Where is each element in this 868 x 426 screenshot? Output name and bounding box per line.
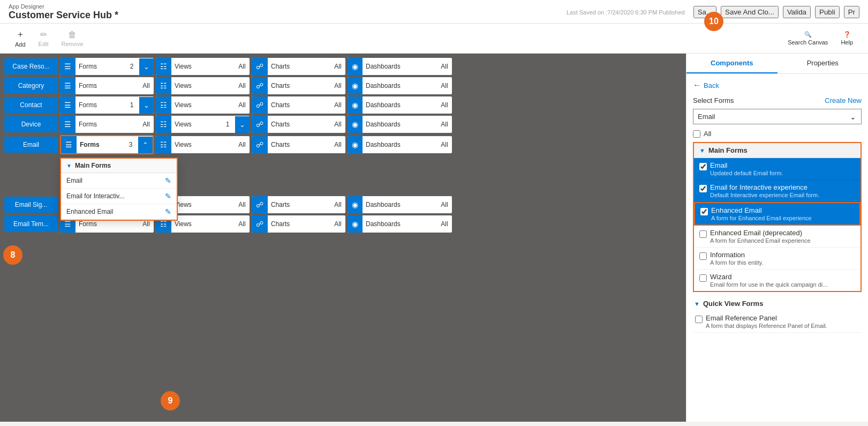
edit-icon: ✏	[40, 29, 47, 40]
charts-icon-contact: ☍	[252, 96, 268, 114]
charts-label-email-tem: Charts	[268, 216, 330, 232]
views-cell-email: ☷ Views All	[156, 136, 250, 153]
search-icon: 🔍	[804, 31, 812, 38]
edit-enhanced-email-icon[interactable]: ✎	[165, 207, 171, 216]
forms-cell-contact: ☰ Forms 1 ⌄	[60, 96, 154, 114]
dashboards-label-email-sig: Dashboards	[363, 197, 437, 213]
quick-view-item-email-reference[interactable]: Email Reference Panel A form that displa…	[693, 311, 862, 333]
remove-button[interactable]: 🗑 Remove	[55, 27, 90, 50]
quick-view-chevron-icon: ▼	[694, 301, 700, 307]
views-cell-case-reso: ☷ Views All	[156, 58, 250, 75]
forms-label-device: Forms	[76, 116, 139, 132]
form-item-information-checkbox[interactable]	[699, 252, 707, 260]
form-item-email-checkbox[interactable]	[699, 163, 707, 170]
quick-view-email-reference-desc: A form that displays Reference Panel of …	[706, 323, 827, 329]
dashboards-cell-email-sig: ◉ Dashboards All	[348, 196, 452, 213]
forms-icon-email: ☰	[61, 136, 77, 153]
edit-button[interactable]: ✏ Edit	[32, 26, 55, 50]
views-chevron-device[interactable]: ⌄	[235, 116, 250, 133]
dashboards-icon-case-reso: ◉	[348, 58, 363, 75]
canvas-area[interactable]: 8 9 Case Reso... ☰ Forms 2 ⌄ ☷ Views All…	[0, 54, 686, 422]
dashboards-cell-category: ◉ Dashboards All	[348, 77, 452, 94]
forms-chevron-email[interactable]: ⌃	[138, 137, 153, 153]
entity-label-email-tem[interactable]: Email Tem...	[4, 216, 58, 232]
charts-label-contact: Charts	[268, 97, 330, 113]
charts-icon-email-tem: ☍	[252, 215, 268, 233]
form-item-enhanced-email-checkbox[interactable]	[700, 208, 708, 215]
back-label: Back	[704, 81, 719, 89]
forms-dropdown-email: ▼ Main Forms Email ✎ Email for Interacti…	[60, 158, 178, 221]
all-checkbox[interactable]	[693, 130, 700, 138]
forms-chevron-contact[interactable]: ⌄	[139, 97, 154, 114]
tab-components[interactable]: Components	[686, 54, 778, 73]
dashboards-icon-category: ◉	[348, 77, 363, 94]
views-icon-category: ☷	[156, 77, 171, 94]
charts-value-email: All	[330, 137, 345, 153]
charts-value-email-tem: All	[330, 216, 345, 232]
form-item-enhanced-email[interactable]: Enhanced Email A form for Enhanced Email…	[694, 202, 861, 226]
forms-cell-case-reso: ☰ Forms 2 ⌄	[60, 58, 154, 75]
entity-label-device[interactable]: Device	[4, 116, 58, 132]
dropdown-item-enhanced-email[interactable]: Enhanced Email ✎	[61, 204, 177, 220]
dropdown-item-email[interactable]: Email ✎	[61, 173, 177, 189]
save-and-close-button[interactable]: Save And Clo...	[721, 6, 779, 18]
form-type-select[interactable]: Email	[693, 109, 862, 124]
publish-button[interactable]: Publi	[815, 6, 840, 18]
forms-icon-contact: ☰	[60, 96, 76, 114]
dropdown-section-label: Main Forms	[75, 162, 111, 169]
add-button[interactable]: ＋ Add	[9, 26, 32, 51]
edit-email-icon[interactable]: ✎	[165, 176, 171, 185]
dashboards-value-category: All	[437, 78, 452, 94]
tab-properties[interactable]: Properties	[778, 54, 869, 73]
app-designer-label: App Designer	[9, 3, 118, 10]
entity-label-category[interactable]: Category	[4, 78, 58, 94]
form-item-enhanced-email-deprecated[interactable]: Enhanced Email (deprecated) A form for E…	[694, 226, 861, 248]
search-canvas-button[interactable]: 🔍 Search Canvas	[781, 28, 834, 49]
back-link[interactable]: ← Back	[693, 80, 862, 90]
dashboards-icon-email-tem: ◉	[348, 215, 363, 233]
entity-label-email[interactable]: Email	[4, 137, 58, 153]
form-item-wizard-checkbox[interactable]	[699, 274, 707, 282]
app-name: Customer Service Hub *	[9, 10, 118, 21]
form-item-email-name: Email	[710, 161, 783, 169]
entity-row-category: Category ☰ Forms All ☷ Views All ☍ Chart…	[4, 77, 682, 94]
views-label-case-reso: Views	[171, 58, 235, 74]
charts-cell-contact: ☍ Charts All	[252, 96, 345, 114]
form-item-email-interactive-name: Email for Interactive experience	[710, 183, 819, 191]
views-cell-category: ☷ Views All	[156, 77, 250, 94]
entity-label-case-reso[interactable]: Case Reso...	[4, 58, 58, 74]
charts-cell-case-reso: ☍ Charts All	[252, 58, 345, 75]
forms-chevron-case-reso[interactable]: ⌄	[139, 58, 154, 75]
entity-label-email-sig[interactable]: Email Sig...	[4, 197, 58, 213]
main-layout: 8 9 Case Reso... ☰ Forms 2 ⌄ ☷ Views All…	[0, 54, 868, 422]
entity-row-device: Device ☰ Forms All ☷ Views 1 ⌄ ☍ Charts …	[4, 116, 682, 133]
form-item-email[interactable]: Email Updated default Email form.	[694, 158, 861, 180]
charts-value-contact: All	[330, 97, 345, 113]
dashboards-icon-email-sig: ◉	[348, 196, 363, 213]
form-item-email-interactive[interactable]: Email for Interactive experience Default…	[694, 180, 861, 202]
edit-email-interactive-icon[interactable]: ✎	[165, 192, 171, 200]
form-item-enhanced-email-deprecated-checkbox[interactable]	[699, 230, 707, 238]
entity-label-contact[interactable]: Contact	[4, 97, 58, 113]
charts-icon-case-reso: ☍	[252, 58, 268, 75]
create-new-link[interactable]: Create New	[825, 96, 862, 104]
views-icon-email: ☷	[156, 136, 171, 153]
select-forms-label: Select Forms	[693, 96, 734, 104]
step-8-badge: 8	[3, 245, 22, 265]
dropdown-item-email-interactive[interactable]: Email for Interactiv... ✎	[61, 189, 177, 204]
views-label-email-tem: Views	[171, 216, 235, 232]
form-item-wizard[interactable]: Wizard Email form for use in the quick c…	[694, 270, 861, 291]
preview-button[interactable]: Pr	[844, 6, 859, 18]
validate-button[interactable]: Valida	[783, 6, 811, 18]
form-item-email-interactive-checkbox[interactable]	[699, 185, 707, 192]
help-button[interactable]: ❓ Help	[834, 28, 859, 49]
quick-view-header[interactable]: ▼ Quick View Forms	[693, 296, 862, 311]
main-forms-section-header[interactable]: ▼ Main Forms	[694, 143, 861, 158]
right-panel: 10 Components Properties ← Back Select F…	[686, 54, 868, 422]
dashboards-label-category: Dashboards	[363, 78, 437, 94]
quick-view-email-reference-checkbox[interactable]	[695, 316, 703, 323]
entity-row-email: Email ☰ Forms 3 ⌃ ☷ Views All ☍ Charts A…	[4, 135, 682, 154]
form-item-information[interactable]: Information A form for this entity.	[694, 248, 861, 270]
dashboards-label-device: Dashboards	[363, 116, 437, 132]
dashboards-value-device: All	[437, 116, 452, 132]
